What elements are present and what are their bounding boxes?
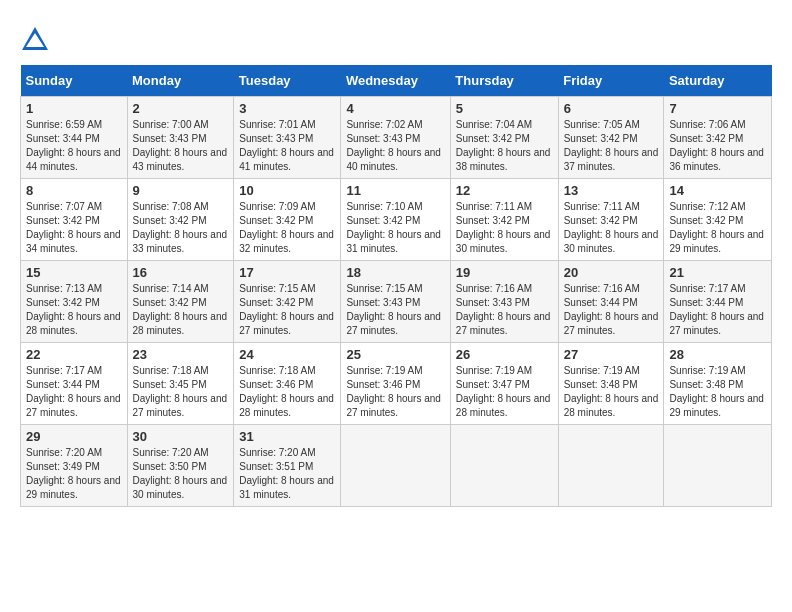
calendar-cell: 16 Sunrise: 7:14 AM Sunset: 3:42 PM Dayl… [127,261,234,343]
day-number: 14 [669,183,766,198]
calendar-cell [664,425,772,507]
day-content: Sunrise: 7:15 AM Sunset: 3:42 PM Dayligh… [239,282,335,338]
day-content: Sunrise: 7:20 AM Sunset: 3:49 PM Dayligh… [26,446,122,502]
day-number: 17 [239,265,335,280]
calendar-cell: 31 Sunrise: 7:20 AM Sunset: 3:51 PM Dayl… [234,425,341,507]
calendar-week-row: 8 Sunrise: 7:07 AM Sunset: 3:42 PM Dayli… [21,179,772,261]
day-content: Sunrise: 7:02 AM Sunset: 3:43 PM Dayligh… [346,118,444,174]
header-wednesday: Wednesday [341,65,450,97]
day-number: 20 [564,265,659,280]
day-number: 7 [669,101,766,116]
day-content: Sunrise: 7:17 AM Sunset: 3:44 PM Dayligh… [669,282,766,338]
day-content: Sunrise: 7:06 AM Sunset: 3:42 PM Dayligh… [669,118,766,174]
calendar-week-row: 1 Sunrise: 6:59 AM Sunset: 3:44 PM Dayli… [21,97,772,179]
day-content: Sunrise: 7:19 AM Sunset: 3:46 PM Dayligh… [346,364,444,420]
calendar-cell: 25 Sunrise: 7:19 AM Sunset: 3:46 PM Dayl… [341,343,450,425]
day-content: Sunrise: 7:20 AM Sunset: 3:51 PM Dayligh… [239,446,335,502]
day-number: 8 [26,183,122,198]
calendar-cell: 20 Sunrise: 7:16 AM Sunset: 3:44 PM Dayl… [558,261,664,343]
day-content: Sunrise: 7:01 AM Sunset: 3:43 PM Dayligh… [239,118,335,174]
day-content: Sunrise: 7:19 AM Sunset: 3:48 PM Dayligh… [669,364,766,420]
day-content: Sunrise: 7:04 AM Sunset: 3:42 PM Dayligh… [456,118,553,174]
calendar-cell [341,425,450,507]
calendar-cell: 12 Sunrise: 7:11 AM Sunset: 3:42 PM Dayl… [450,179,558,261]
day-number: 28 [669,347,766,362]
day-content: Sunrise: 7:16 AM Sunset: 3:43 PM Dayligh… [456,282,553,338]
header-friday: Friday [558,65,664,97]
logo [20,25,54,55]
day-number: 16 [133,265,229,280]
calendar-cell: 24 Sunrise: 7:18 AM Sunset: 3:46 PM Dayl… [234,343,341,425]
day-content: Sunrise: 7:10 AM Sunset: 3:42 PM Dayligh… [346,200,444,256]
header-sunday: Sunday [21,65,128,97]
calendar-cell: 19 Sunrise: 7:16 AM Sunset: 3:43 PM Dayl… [450,261,558,343]
calendar-cell: 26 Sunrise: 7:19 AM Sunset: 3:47 PM Dayl… [450,343,558,425]
day-content: Sunrise: 7:16 AM Sunset: 3:44 PM Dayligh… [564,282,659,338]
calendar-cell: 22 Sunrise: 7:17 AM Sunset: 3:44 PM Dayl… [21,343,128,425]
calendar-cell: 17 Sunrise: 7:15 AM Sunset: 3:42 PM Dayl… [234,261,341,343]
day-content: Sunrise: 7:00 AM Sunset: 3:43 PM Dayligh… [133,118,229,174]
calendar-cell: 4 Sunrise: 7:02 AM Sunset: 3:43 PM Dayli… [341,97,450,179]
day-number: 9 [133,183,229,198]
calendar-cell: 9 Sunrise: 7:08 AM Sunset: 3:42 PM Dayli… [127,179,234,261]
day-number: 31 [239,429,335,444]
day-content: Sunrise: 7:11 AM Sunset: 3:42 PM Dayligh… [456,200,553,256]
day-content: Sunrise: 7:05 AM Sunset: 3:42 PM Dayligh… [564,118,659,174]
day-number: 15 [26,265,122,280]
day-number: 11 [346,183,444,198]
calendar-cell: 30 Sunrise: 7:20 AM Sunset: 3:50 PM Dayl… [127,425,234,507]
day-number: 23 [133,347,229,362]
calendar-cell: 1 Sunrise: 6:59 AM Sunset: 3:44 PM Dayli… [21,97,128,179]
day-number: 24 [239,347,335,362]
day-number: 18 [346,265,444,280]
header-monday: Monday [127,65,234,97]
day-content: Sunrise: 7:19 AM Sunset: 3:48 PM Dayligh… [564,364,659,420]
day-content: Sunrise: 7:15 AM Sunset: 3:43 PM Dayligh… [346,282,444,338]
day-content: Sunrise: 7:08 AM Sunset: 3:42 PM Dayligh… [133,200,229,256]
calendar-cell: 8 Sunrise: 7:07 AM Sunset: 3:42 PM Dayli… [21,179,128,261]
calendar-cell: 11 Sunrise: 7:10 AM Sunset: 3:42 PM Dayl… [341,179,450,261]
calendar-cell: 18 Sunrise: 7:15 AM Sunset: 3:43 PM Dayl… [341,261,450,343]
day-number: 22 [26,347,122,362]
calendar-cell [450,425,558,507]
calendar-week-row: 29 Sunrise: 7:20 AM Sunset: 3:49 PM Dayl… [21,425,772,507]
page-header [20,20,772,55]
calendar-week-row: 15 Sunrise: 7:13 AM Sunset: 3:42 PM Dayl… [21,261,772,343]
day-number: 2 [133,101,229,116]
calendar-table: SundayMondayTuesdayWednesdayThursdayFrid… [20,65,772,507]
calendar-cell: 29 Sunrise: 7:20 AM Sunset: 3:49 PM Dayl… [21,425,128,507]
day-content: Sunrise: 7:09 AM Sunset: 3:42 PM Dayligh… [239,200,335,256]
calendar-cell: 7 Sunrise: 7:06 AM Sunset: 3:42 PM Dayli… [664,97,772,179]
calendar-cell: 15 Sunrise: 7:13 AM Sunset: 3:42 PM Dayl… [21,261,128,343]
day-content: Sunrise: 7:19 AM Sunset: 3:47 PM Dayligh… [456,364,553,420]
day-number: 10 [239,183,335,198]
day-number: 13 [564,183,659,198]
day-content: Sunrise: 7:07 AM Sunset: 3:42 PM Dayligh… [26,200,122,256]
day-number: 25 [346,347,444,362]
calendar-cell: 14 Sunrise: 7:12 AM Sunset: 3:42 PM Dayl… [664,179,772,261]
header-tuesday: Tuesday [234,65,341,97]
day-content: Sunrise: 7:11 AM Sunset: 3:42 PM Dayligh… [564,200,659,256]
calendar-cell: 2 Sunrise: 7:00 AM Sunset: 3:43 PM Dayli… [127,97,234,179]
day-number: 5 [456,101,553,116]
day-content: Sunrise: 7:20 AM Sunset: 3:50 PM Dayligh… [133,446,229,502]
day-number: 1 [26,101,122,116]
calendar-cell: 10 Sunrise: 7:09 AM Sunset: 3:42 PM Dayl… [234,179,341,261]
day-content: Sunrise: 7:12 AM Sunset: 3:42 PM Dayligh… [669,200,766,256]
calendar-cell [558,425,664,507]
day-number: 21 [669,265,766,280]
day-content: Sunrise: 7:17 AM Sunset: 3:44 PM Dayligh… [26,364,122,420]
calendar-cell: 27 Sunrise: 7:19 AM Sunset: 3:48 PM Dayl… [558,343,664,425]
day-content: Sunrise: 7:14 AM Sunset: 3:42 PM Dayligh… [133,282,229,338]
calendar-cell: 21 Sunrise: 7:17 AM Sunset: 3:44 PM Dayl… [664,261,772,343]
calendar-week-row: 22 Sunrise: 7:17 AM Sunset: 3:44 PM Dayl… [21,343,772,425]
day-content: Sunrise: 6:59 AM Sunset: 3:44 PM Dayligh… [26,118,122,174]
calendar-cell: 28 Sunrise: 7:19 AM Sunset: 3:48 PM Dayl… [664,343,772,425]
day-content: Sunrise: 7:13 AM Sunset: 3:42 PM Dayligh… [26,282,122,338]
day-content: Sunrise: 7:18 AM Sunset: 3:45 PM Dayligh… [133,364,229,420]
calendar-header-row: SundayMondayTuesdayWednesdayThursdayFrid… [21,65,772,97]
day-number: 4 [346,101,444,116]
calendar-cell: 13 Sunrise: 7:11 AM Sunset: 3:42 PM Dayl… [558,179,664,261]
day-number: 6 [564,101,659,116]
day-content: Sunrise: 7:18 AM Sunset: 3:46 PM Dayligh… [239,364,335,420]
